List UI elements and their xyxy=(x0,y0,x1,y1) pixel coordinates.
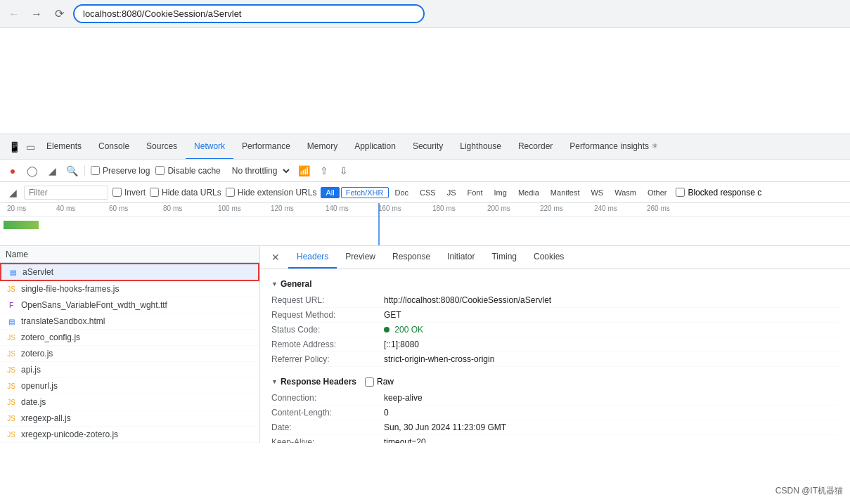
date-key: Date: xyxy=(271,422,384,432)
detail-tabs: ✕ Headers Preview Response Initiator Tim… xyxy=(260,246,850,269)
tab-sources[interactable]: Sources xyxy=(138,134,186,160)
tab-elements[interactable]: Elements xyxy=(38,134,90,160)
hide-extension-urls-checkbox[interactable] xyxy=(226,188,235,197)
back-button[interactable]: ← xyxy=(6,6,22,22)
file-item-8[interactable]: JS date.js xyxy=(0,394,259,411)
type-doc[interactable]: Doc xyxy=(390,187,414,198)
tab-application[interactable]: Application xyxy=(346,134,404,160)
file-name-9: xregexp-all.js xyxy=(21,413,254,423)
blocked-response-checkbox[interactable] xyxy=(676,188,685,197)
tm-6: 140 ms xyxy=(326,205,349,212)
refresh-button[interactable]: ⟳ xyxy=(51,6,67,22)
filter-input[interactable] xyxy=(29,188,92,198)
tab-lighthouse[interactable]: Lighthouse xyxy=(451,134,510,160)
detail-tab-timing[interactable]: Timing xyxy=(483,246,525,269)
file-item-1[interactable]: JS single-file-hooks-frames.js xyxy=(0,281,259,297)
throttle-select[interactable]: No throttling xyxy=(226,164,292,178)
type-css[interactable]: CSS xyxy=(415,187,441,198)
file-item-4[interactable]: JS zotero_config.js xyxy=(0,330,259,346)
detail-tab-headers[interactable]: Headers xyxy=(288,246,337,269)
timeline-marks: 20 ms 40 ms 60 ms 80 ms 100 ms 120 ms 14… xyxy=(0,203,850,217)
type-other[interactable]: Other xyxy=(643,187,672,198)
file-name-8: date.js xyxy=(21,397,254,407)
type-fetch-xhr[interactable]: Fetch/XHR xyxy=(341,187,389,198)
type-js[interactable]: JS xyxy=(442,187,461,198)
invert-checkbox[interactable] xyxy=(112,188,122,197)
type-all[interactable]: All xyxy=(321,187,339,198)
tm-5: 120 ms xyxy=(271,205,294,212)
type-wasm[interactable]: Wasm xyxy=(610,187,641,198)
content-length-val: 0 xyxy=(384,408,839,418)
tab-console[interactable]: Console xyxy=(90,134,138,160)
tm-11: 240 ms xyxy=(594,205,617,212)
tab-security[interactable]: Security xyxy=(404,134,451,160)
date-val: Sun, 30 Jun 2024 11:23:09 GMT xyxy=(384,422,839,432)
wifi-icon[interactable]: 📶 xyxy=(297,164,311,178)
request-url-key: Request URL: xyxy=(271,295,384,305)
disable-cache-label: Disable cache xyxy=(155,166,220,176)
record-button[interactable]: ● xyxy=(6,164,20,178)
file-icon-js-6: JS xyxy=(6,396,17,408)
file-item-5[interactable]: JS zotero.js xyxy=(0,346,259,362)
status-dot xyxy=(384,327,389,332)
type-img[interactable]: Img xyxy=(489,187,512,198)
import-button[interactable]: ⇧ xyxy=(317,164,331,178)
disable-cache-checkbox[interactable] xyxy=(155,166,165,175)
search-button[interactable]: 🔍 xyxy=(65,164,79,178)
type-media[interactable]: Media xyxy=(513,187,544,198)
detail-tab-response[interactable]: Response xyxy=(384,246,439,269)
content-length-key: Content-Length: xyxy=(271,408,384,418)
forward-button[interactable]: → xyxy=(28,6,45,22)
keep-alive-key: Keep-Alive: xyxy=(271,437,384,443)
tab-performance[interactable]: Performance xyxy=(233,134,299,160)
tm-4: 100 ms xyxy=(218,205,241,212)
type-ws[interactable]: WS xyxy=(586,187,608,198)
status-code-key: Status Code: xyxy=(271,325,384,335)
devtools-tabbar: 📱 ▭ Elements Console Sources Network Per… xyxy=(0,134,850,160)
detail-tab-initiator[interactable]: Initiator xyxy=(439,246,483,269)
detail-close-button[interactable]: ✕ xyxy=(266,246,285,269)
keep-alive-val: timeout=20 xyxy=(384,437,839,443)
page-content xyxy=(0,28,850,134)
filter-icon-button[interactable]: ◢ xyxy=(6,186,20,200)
tab-recorder[interactable]: Recorder xyxy=(510,134,561,160)
export-button[interactable]: ⇩ xyxy=(337,164,351,178)
file-name-10: xregexp-unicode-zotero.js xyxy=(21,429,254,439)
connection-key: Connection: xyxy=(271,393,384,403)
file-icon-js-8: JS xyxy=(6,429,17,440)
file-item-aservlet[interactable]: ▤ aServlet xyxy=(0,263,259,281)
timeline-wrapper: 20 ms 40 ms 60 ms 80 ms 100 ms 120 ms 14… xyxy=(0,203,850,246)
file-icon-js-4: JS xyxy=(6,364,17,375)
address-bar[interactable] xyxy=(73,4,425,23)
connection-val: keep-alive xyxy=(384,393,839,403)
general-section-header[interactable]: General xyxy=(271,275,839,293)
devtools-inspect-icon[interactable]: 📱 xyxy=(6,138,23,155)
response-headers-table: Connection: keep-alive Content-Length: 0… xyxy=(271,391,839,443)
preserve-log-label: Preserve log xyxy=(91,166,150,176)
file-item-10[interactable]: JS xregexp-unicode-zotero.js xyxy=(0,427,259,443)
network-col-header: Name xyxy=(0,246,259,263)
file-item-2[interactable]: F OpenSans_VariableFont_wdth_wght.ttf xyxy=(0,297,259,314)
type-font[interactable]: Font xyxy=(463,187,488,198)
detail-tab-cookies[interactable]: Cookies xyxy=(525,246,572,269)
tm-9: 200 ms xyxy=(487,205,510,212)
keep-alive-row: Keep-Alive: timeout=20 xyxy=(271,435,839,443)
devtools-device-icon[interactable]: ▭ xyxy=(23,138,38,155)
detail-tab-preview[interactable]: Preview xyxy=(337,246,384,269)
tab-network[interactable]: Network xyxy=(186,134,233,160)
request-url-row: Request URL: http://localhost:8080/Cooki… xyxy=(271,293,839,308)
preserve-log-checkbox[interactable] xyxy=(91,166,100,175)
file-item-6[interactable]: JS api.js xyxy=(0,362,259,378)
type-manifest[interactable]: Manifest xyxy=(546,187,585,198)
hide-data-urls-checkbox[interactable] xyxy=(150,188,159,197)
clear-button[interactable]: ◯ xyxy=(25,164,39,178)
raw-checkbox[interactable] xyxy=(365,377,374,387)
tab-perf-insights[interactable]: Performance insights ⚛ xyxy=(561,134,667,160)
response-headers-section-header[interactable]: Response Headers xyxy=(271,373,356,391)
filter-toggle[interactable]: ◢ xyxy=(45,164,59,178)
file-item-3[interactable]: ▤ translateSandbox.html xyxy=(0,314,259,330)
file-name-3: translateSandbox.html xyxy=(21,316,254,326)
tab-memory[interactable]: Memory xyxy=(299,134,346,160)
file-item-9[interactable]: JS xregexp-all.js xyxy=(0,411,259,427)
file-item-7[interactable]: JS openurl.js xyxy=(0,378,259,394)
